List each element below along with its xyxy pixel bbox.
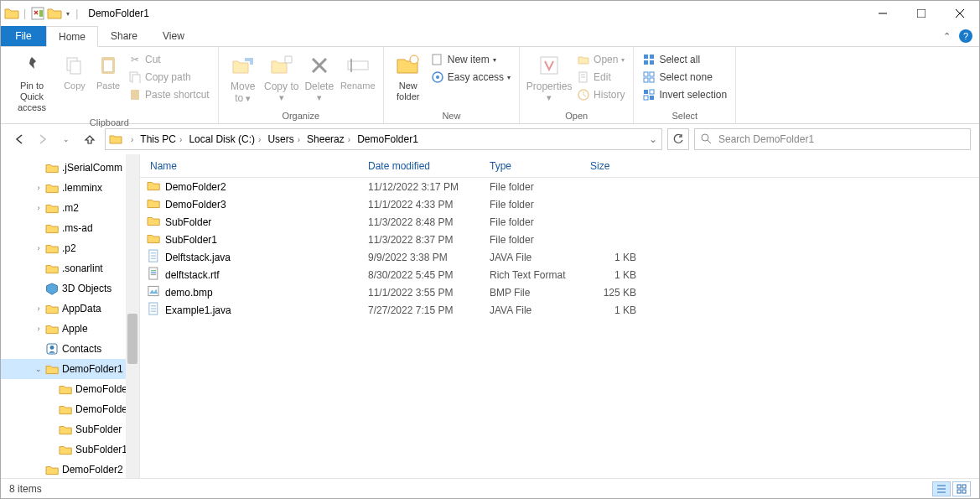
tree-item[interactable]: .ms-ad <box>1 218 139 238</box>
pin-quick-access-button[interactable]: Pin to Quick access <box>6 50 58 116</box>
column-size[interactable]: Size <box>580 160 643 172</box>
chevron-right-icon[interactable]: › <box>345 135 354 144</box>
expand-icon[interactable]: › <box>33 304 44 313</box>
delete-button[interactable]: Delete▾ <box>301 50 338 106</box>
tree-scrollbar[interactable] <box>126 154 139 478</box>
file-row[interactable]: Example1.java7/27/2022 7:15 PMJAVA File1… <box>140 301 979 319</box>
svg-rect-18 <box>433 55 441 65</box>
easy-access-button[interactable]: Easy access ▾ <box>428 70 514 85</box>
back-button[interactable] <box>9 129 29 149</box>
paste-shortcut-button[interactable]: Paste shortcut <box>125 87 213 102</box>
tree-item[interactable]: ›.p2 <box>1 238 139 258</box>
file-row[interactable]: demo.bmp11/1/2022 3:55 PMBMP File125 KB <box>140 283 979 301</box>
paste-button[interactable]: Paste <box>91 50 125 93</box>
chevron-right-icon[interactable]: › <box>255 135 264 144</box>
svg-line-39 <box>708 140 711 143</box>
status-bar: 8 items <box>1 478 979 498</box>
refresh-button[interactable] <box>667 128 689 150</box>
tree-item[interactable]: ›.lemminx <box>1 178 139 198</box>
chevron-right-icon[interactable]: › <box>176 135 185 144</box>
expand-icon[interactable]: ⌄ <box>33 365 44 373</box>
forward-button[interactable] <box>33 129 53 149</box>
copy-to-button[interactable]: Copy to ▾ <box>262 50 301 106</box>
expand-icon[interactable]: › <box>33 184 44 192</box>
tree-item[interactable]: ⌄DemoFolder1 <box>1 359 139 379</box>
chevron-right-icon[interactable]: › <box>294 135 303 144</box>
tab-view[interactable]: View <box>150 26 197 46</box>
large-icons-view-button[interactable] <box>952 481 971 496</box>
qat-dropdown-icon[interactable]: ▾ <box>64 10 72 18</box>
folder-icon <box>109 133 122 146</box>
tree-item[interactable]: DemoFolder2 <box>1 379 139 399</box>
minimize-button[interactable] <box>863 1 902 26</box>
address-bar[interactable]: › This PC› Local Disk (C:)› Users› Sheer… <box>105 128 662 150</box>
up-button[interactable] <box>80 129 100 149</box>
cut-button[interactable]: ✂Cut <box>125 52 213 67</box>
expand-icon[interactable]: › <box>33 204 44 212</box>
properties-button[interactable]: Properties▾ <box>525 50 573 106</box>
tab-share[interactable]: Share <box>98 26 150 46</box>
edit-button[interactable]: Edit <box>573 70 628 85</box>
expand-icon[interactable]: › <box>33 325 44 333</box>
tree-item[interactable]: ›.m2 <box>1 198 139 218</box>
tree-item[interactable]: .sonarlint <box>1 258 139 278</box>
file-row[interactable]: SubFolder11/3/2022 8:48 PMFile folder <box>140 213 979 231</box>
move-to-button[interactable]: Move to ▾ <box>224 50 262 107</box>
breadcrumb[interactable]: Sheeraz› <box>305 133 355 145</box>
tab-home[interactable]: Home <box>46 26 98 47</box>
tree-item[interactable]: SubFolder <box>1 419 139 439</box>
tree-item-label: .sonarlint <box>62 262 103 274</box>
tree-item[interactable]: SubFolder1 <box>1 439 139 460</box>
ribbon: Pin to Quick access Copy Paste ✂Cut Copy… <box>1 47 979 124</box>
column-date[interactable]: Date modified <box>358 160 480 172</box>
copy-button[interactable]: Copy <box>58 50 91 93</box>
column-type[interactable]: Type <box>480 160 580 172</box>
new-folder-button[interactable]: New folder <box>389 50 428 104</box>
file-row[interactable]: DemoFolder211/12/2022 3:17 PMFile folder <box>140 178 979 195</box>
folder-icon[interactable] <box>47 6 62 21</box>
file-row[interactable]: delftstack.rtf8/30/2022 5:45 PMRich Text… <box>140 266 979 283</box>
select-none-button[interactable]: Select none <box>639 70 730 85</box>
new-item-button[interactable]: New item ▾ <box>428 52 514 67</box>
file-row[interactable]: DemoFolder311/1/2022 4:33 PMFile folder <box>140 195 979 213</box>
svg-rect-32 <box>644 78 648 82</box>
collapse-ribbon-icon[interactable]: ⌃ <box>943 31 951 42</box>
tree-item[interactable]: 3D Objects <box>1 278 139 299</box>
chevron-right-icon[interactable]: › <box>127 135 137 144</box>
folder-icon <box>44 361 60 377</box>
nav-tree[interactable]: .jSerialComm›.lemminx›.m2.ms-ad›.p2.sona… <box>1 154 140 478</box>
properties-icon[interactable] <box>30 6 45 21</box>
ribbon-group-select: Select all Select none Invert selection … <box>634 47 736 123</box>
file-row[interactable]: SubFolder111/3/2022 8:37 PMFile folder <box>140 231 979 248</box>
tree-item[interactable]: ›Apple <box>1 319 139 339</box>
close-button[interactable] <box>941 1 979 26</box>
rename-button[interactable]: Rename <box>338 50 378 93</box>
maximize-button[interactable] <box>902 1 941 26</box>
svg-point-41 <box>50 346 54 350</box>
tree-item[interactable]: DemoFolder3 <box>1 399 139 419</box>
recent-dropdown[interactable]: ⌄ <box>56 129 76 149</box>
ribbon-group-organize: Move to ▾ Copy to ▾ Delete▾ Rename Organ… <box>219 47 384 123</box>
column-name[interactable]: Name <box>140 160 358 172</box>
copy-path-button[interactable]: Copy path <box>125 70 213 85</box>
breadcrumb[interactable]: Users› <box>266 133 305 145</box>
tab-file[interactable]: File <box>1 26 46 46</box>
history-button[interactable]: History <box>573 87 628 102</box>
breadcrumb[interactable]: DemoFolder1 <box>355 133 420 145</box>
help-icon[interactable]: ? <box>959 29 972 43</box>
tree-item[interactable]: ›AppData <box>1 299 139 319</box>
invert-selection-button[interactable]: Invert selection <box>639 87 730 102</box>
file-row[interactable]: Delftstack.java9/9/2022 3:38 PMJAVA File… <box>140 248 979 266</box>
tree-item[interactable]: Contacts <box>1 339 139 359</box>
select-all-button[interactable]: Select all <box>639 52 730 67</box>
breadcrumb[interactable]: Local Disk (C:)› <box>187 133 266 145</box>
details-view-button[interactable] <box>932 481 951 496</box>
tree-item[interactable]: .jSerialComm <box>1 158 139 178</box>
tree-item[interactable]: DemoFolder2 <box>1 460 139 478</box>
svg-rect-9 <box>104 60 112 71</box>
expand-icon[interactable]: › <box>33 244 44 252</box>
address-dropdown[interactable]: ⌄ <box>643 133 661 145</box>
search-box[interactable]: Search DemoFolder1 <box>694 128 971 150</box>
open-button[interactable]: Open ▾ <box>573 52 628 67</box>
breadcrumb[interactable]: This PC› <box>138 133 187 145</box>
